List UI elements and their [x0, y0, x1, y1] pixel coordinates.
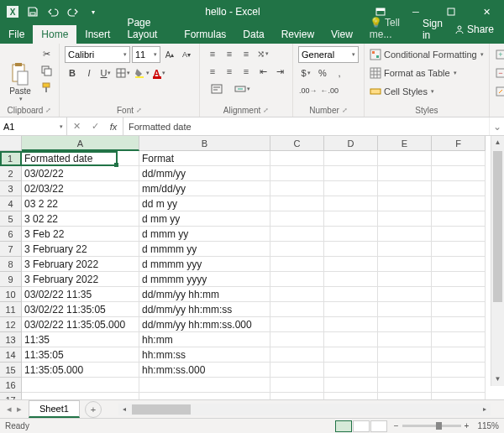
cell[interactable] — [270, 227, 324, 242]
cell[interactable] — [270, 363, 324, 378]
cell[interactable] — [378, 363, 432, 378]
cell[interactable] — [378, 332, 432, 347]
cell[interactable] — [22, 393, 139, 399]
scroll-right-icon[interactable]: ▸ — [479, 404, 491, 415]
wrap-text-icon[interactable] — [205, 81, 228, 97]
comma-icon[interactable]: , — [332, 65, 347, 81]
qat-customize-icon[interactable]: ▾ — [84, 3, 102, 21]
cell[interactable]: 3 02 22 — [22, 211, 139, 227]
italic-icon[interactable]: I — [81, 65, 97, 81]
cell[interactable] — [432, 242, 486, 257]
increase-indent-icon[interactable]: ⇥ — [272, 64, 287, 79]
formula-input[interactable]: Formatted date — [123, 117, 489, 135]
cell[interactable] — [432, 287, 486, 302]
cell[interactable]: Format — [139, 151, 270, 166]
name-box[interactable]: A1▾ — [0, 117, 67, 135]
page-layout-view-icon[interactable] — [353, 420, 370, 432]
zoom-level[interactable]: 115% — [477, 421, 499, 430]
column-header[interactable]: F — [432, 136, 486, 151]
font-color-icon[interactable]: A▾ — [152, 65, 167, 81]
cell[interactable]: 03/02/22 11:35:05.000 — [22, 317, 139, 332]
fx-icon[interactable]: fx — [104, 122, 123, 132]
row-header[interactable]: 16 — [0, 378, 22, 393]
save-icon[interactable] — [24, 3, 42, 21]
zoom-slider[interactable] — [402, 425, 461, 427]
vscroll-thumb[interactable] — [493, 151, 502, 302]
vertical-scrollbar[interactable]: ▲ ▼ — [491, 136, 504, 386]
cell[interactable] — [22, 378, 139, 393]
cell[interactable] — [324, 211, 378, 227]
cell[interactable] — [139, 378, 270, 393]
align-top-icon[interactable]: ≡ — [205, 46, 220, 61]
column-header[interactable]: C — [270, 136, 324, 151]
zoom-out-icon[interactable]: − — [394, 421, 399, 430]
cell[interactable] — [270, 272, 324, 287]
cell[interactable] — [378, 151, 432, 166]
paste-button[interactable]: Paste▾ — [5, 46, 35, 104]
cell[interactable] — [324, 347, 378, 363]
cell[interactable] — [432, 317, 486, 332]
horizontal-scrollbar[interactable]: ◂ ▸ — [118, 404, 491, 415]
cell-styles-button[interactable]: Cell Styles▾ — [370, 83, 484, 100]
cell[interactable] — [324, 332, 378, 347]
row-header[interactable]: 1 — [0, 151, 22, 166]
cell[interactable] — [324, 302, 378, 317]
decrease-indent-icon[interactable]: ⇤ — [255, 64, 270, 79]
cell[interactable] — [432, 211, 486, 227]
cell[interactable]: 02/03/22 — [22, 181, 139, 196]
format-painter-icon[interactable] — [39, 80, 54, 95]
cell[interactable]: mm/dd/yy — [139, 181, 270, 196]
cell[interactable] — [324, 151, 378, 166]
row-header[interactable]: 11 — [0, 302, 22, 317]
cell[interactable]: 3 February 2022 — [22, 257, 139, 272]
insert-cells-button[interactable]: +Insert▾ — [495, 46, 504, 63]
tab-review[interactable]: Review — [273, 25, 323, 44]
cell[interactable] — [324, 287, 378, 302]
cell[interactable] — [324, 378, 378, 393]
cell[interactable]: 3 February 22 — [22, 242, 139, 257]
enter-formula-icon[interactable]: ✓ — [86, 121, 104, 132]
scroll-left-icon[interactable]: ◂ — [118, 404, 130, 415]
cell[interactable]: 03/02/22 — [22, 166, 139, 181]
format-cells-button[interactable]: Format▾ — [495, 83, 504, 100]
row-header[interactable]: 6 — [0, 227, 22, 242]
tab-formulas[interactable]: Formulas — [176, 25, 234, 44]
cell[interactable]: dd/mm/yy hh:mm — [139, 287, 270, 302]
row-header[interactable]: 10 — [0, 287, 22, 302]
hscroll-thumb[interactable] — [132, 404, 191, 415]
cell[interactable] — [324, 242, 378, 257]
row-header[interactable]: 14 — [0, 347, 22, 363]
cell[interactable] — [378, 211, 432, 227]
align-left-icon[interactable]: ≡ — [205, 64, 220, 79]
font-size-dropdown[interactable]: 11▾ — [132, 46, 160, 63]
cell[interactable] — [432, 332, 486, 347]
cell[interactable]: 11:35:05 — [22, 347, 139, 363]
cell[interactable] — [432, 347, 486, 363]
cell[interactable]: dd m yy — [139, 196, 270, 211]
zoom-thumb[interactable] — [436, 422, 442, 430]
cell[interactable] — [270, 287, 324, 302]
tab-file[interactable]: File — [0, 25, 33, 44]
zoom-in-icon[interactable]: + — [465, 421, 470, 430]
row-header[interactable]: 12 — [0, 317, 22, 332]
row-header[interactable]: 5 — [0, 211, 22, 227]
cell[interactable]: d mm yy — [139, 211, 270, 227]
decrease-decimal-icon[interactable]: ←.00 — [320, 83, 340, 98]
cell[interactable] — [270, 181, 324, 196]
align-middle-icon[interactable]: ≡ — [222, 46, 237, 61]
scroll-up-icon[interactable]: ▲ — [491, 136, 504, 149]
row-header[interactable]: 13 — [0, 332, 22, 347]
cell[interactable] — [324, 166, 378, 181]
cell[interactable]: 03/02/22 11:35 — [22, 287, 139, 302]
bold-icon[interactable]: B — [65, 65, 80, 81]
cell[interactable] — [432, 257, 486, 272]
cell[interactable] — [378, 227, 432, 242]
cell[interactable] — [270, 242, 324, 257]
tab-data[interactable]: Data — [234, 25, 272, 44]
cell[interactable] — [324, 196, 378, 211]
row-header[interactable]: 8 — [0, 257, 22, 272]
cell[interactable] — [270, 166, 324, 181]
column-header[interactable]: B — [139, 136, 270, 151]
row-header[interactable]: 15 — [0, 363, 22, 378]
cell[interactable] — [378, 196, 432, 211]
